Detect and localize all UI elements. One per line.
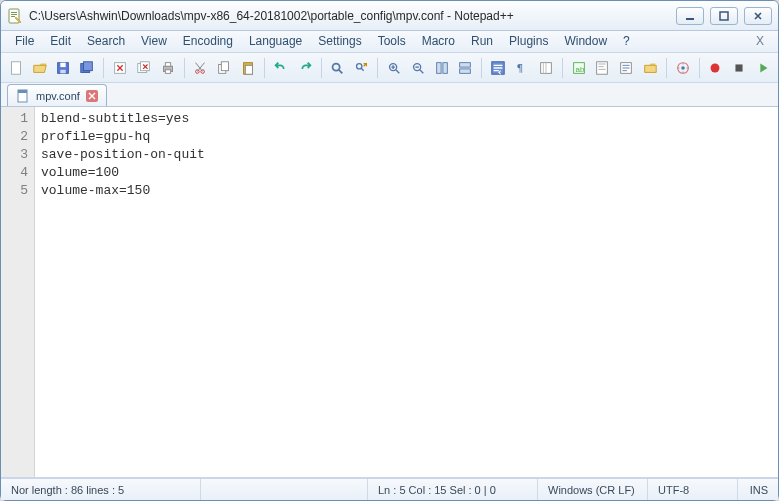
toolbar-separator: [103, 58, 104, 78]
paste-button[interactable]: [237, 57, 259, 79]
sync-v-button[interactable]: [431, 57, 453, 79]
title-bar: C:\Users\Ashwin\Downloads\mpv-x86_64-201…: [1, 1, 778, 31]
close-file-button[interactable]: [109, 57, 131, 79]
toolbar-separator: [264, 58, 265, 78]
code-line[interactable]: blend-subtitles=yes: [41, 110, 772, 128]
word-wrap-button[interactable]: [487, 57, 509, 79]
copy-button[interactable]: [213, 57, 235, 79]
toolbar-separator: [184, 58, 185, 78]
zoom-out-button[interactable]: [407, 57, 429, 79]
play-macro-icon: [755, 60, 771, 76]
sync-v-icon: [434, 60, 450, 76]
zoom-out-icon: [410, 60, 426, 76]
print-icon: [160, 60, 176, 76]
new-file-button[interactable]: [5, 57, 27, 79]
svg-rect-8: [61, 62, 66, 66]
code-line[interactable]: volume-max=150: [41, 182, 772, 200]
svg-rect-30: [460, 62, 471, 66]
svg-rect-6: [11, 61, 20, 73]
redo-button[interactable]: [294, 57, 316, 79]
show-monitor-icon: [675, 60, 691, 76]
play-macro-button[interactable]: [752, 57, 774, 79]
indent-guide-button[interactable]: [535, 57, 557, 79]
menu-view[interactable]: View: [133, 31, 175, 52]
user-lang-icon: ab: [571, 60, 587, 76]
app-window: C:\Users\Ashwin\Downloads\mpv-x86_64-201…: [0, 0, 779, 501]
svg-rect-4: [686, 18, 694, 20]
record-macro-icon: [707, 60, 723, 76]
svg-rect-11: [84, 61, 93, 70]
toolbar-separator: [377, 58, 378, 78]
undo-button[interactable]: [270, 57, 292, 79]
svg-rect-39: [599, 66, 604, 67]
menu-search[interactable]: Search: [79, 31, 133, 52]
line-number: 4: [3, 164, 28, 182]
stop-macro-button[interactable]: [728, 57, 750, 79]
redo-icon: [297, 60, 313, 76]
svg-rect-38: [599, 63, 606, 64]
svg-rect-29: [442, 62, 446, 73]
folder-view-button[interactable]: [639, 57, 661, 79]
menu-language[interactable]: Language: [241, 31, 310, 52]
show-monitor-button[interactable]: [672, 57, 694, 79]
toolbar-separator: [321, 58, 322, 78]
code-editor[interactable]: blend-subtitles=yesprofile=gpu-hqsave-po…: [35, 107, 778, 477]
tab-label: mpv.conf: [36, 90, 80, 102]
code-line[interactable]: volume=100: [41, 164, 772, 182]
user-lang-button[interactable]: ab: [568, 57, 590, 79]
svg-text:¶: ¶: [517, 61, 523, 74]
menu-help[interactable]: ?: [615, 31, 638, 52]
code-line[interactable]: save-position-on-quit: [41, 146, 772, 164]
status-eol[interactable]: Windows (CR LF): [538, 479, 648, 500]
app-icon: [7, 8, 23, 24]
menu-run[interactable]: Run: [463, 31, 501, 52]
tab-mpv-conf[interactable]: mpv.conf: [7, 84, 107, 106]
code-line[interactable]: profile=gpu-hq: [41, 128, 772, 146]
menu-settings[interactable]: Settings: [310, 31, 369, 52]
menu-encoding[interactable]: Encoding: [175, 31, 241, 52]
status-doc-info: Nor length : 86 lines : 5: [1, 479, 201, 500]
find-icon: [329, 60, 345, 76]
line-number: 5: [3, 182, 28, 200]
undo-icon: [273, 60, 289, 76]
close-all-button[interactable]: [133, 57, 155, 79]
zoom-in-button[interactable]: [383, 57, 405, 79]
svg-rect-45: [736, 64, 743, 71]
doc-map-button[interactable]: [591, 57, 613, 79]
status-encoding[interactable]: UTF-8: [648, 479, 738, 500]
replace-button[interactable]: [350, 57, 372, 79]
show-all-chars-icon: ¶: [514, 60, 530, 76]
find-button[interactable]: [327, 57, 349, 79]
menu-bar: File Edit Search View Encoding Language …: [1, 31, 778, 53]
save-all-button[interactable]: [76, 57, 98, 79]
show-all-chars-button[interactable]: ¶: [511, 57, 533, 79]
editor-area: 12345 blend-subtitles=yesprofile=gpu-hqs…: [1, 107, 778, 478]
menu-tools[interactable]: Tools: [370, 31, 414, 52]
menu-plugins[interactable]: Plugins: [501, 31, 556, 52]
open-file-button[interactable]: [29, 57, 51, 79]
cut-button[interactable]: [190, 57, 212, 79]
line-number-gutter: 12345: [1, 107, 35, 477]
tab-close-button[interactable]: [86, 90, 98, 102]
menu-macro[interactable]: Macro: [414, 31, 463, 52]
record-macro-button[interactable]: [705, 57, 727, 79]
svg-rect-16: [165, 62, 170, 66]
toolbar-separator: [481, 58, 482, 78]
status-ins-mode[interactable]: INS: [738, 479, 778, 500]
close-window-button[interactable]: [744, 7, 772, 25]
menu-edit[interactable]: Edit: [42, 31, 79, 52]
menu-close-x[interactable]: X: [748, 31, 772, 52]
file-icon: [16, 89, 30, 103]
sync-h-button[interactable]: [454, 57, 476, 79]
svg-point-43: [681, 66, 685, 70]
maximize-button[interactable]: [710, 7, 738, 25]
save-file-button[interactable]: [53, 57, 75, 79]
close-all-icon: [136, 60, 152, 76]
close-file-icon: [112, 60, 128, 76]
svg-rect-31: [460, 68, 471, 72]
menu-file[interactable]: File: [7, 31, 42, 52]
print-button[interactable]: [157, 57, 179, 79]
minimize-button[interactable]: [676, 7, 704, 25]
func-list-button[interactable]: [615, 57, 637, 79]
menu-window[interactable]: Window: [556, 31, 615, 52]
